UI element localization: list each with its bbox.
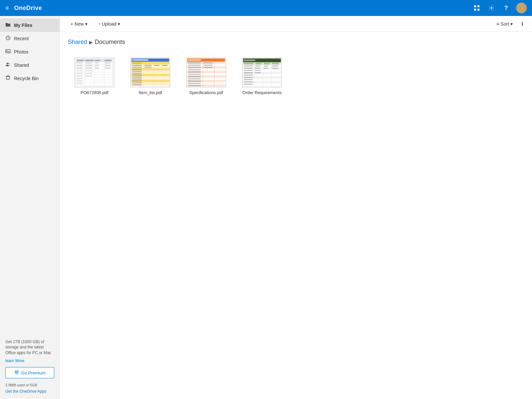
upload-button[interactable]: ↑ Upload ▾ bbox=[94, 19, 124, 29]
svg-rect-113 bbox=[188, 71, 201, 72]
sort-button[interactable]: ≡ Sort ▾ bbox=[492, 19, 517, 29]
list-item[interactable]: PO672806.pdf bbox=[68, 54, 121, 98]
shared-icon bbox=[5, 62, 11, 68]
svg-rect-74 bbox=[132, 65, 142, 66]
svg-rect-83 bbox=[132, 75, 142, 75]
svg-rect-146 bbox=[255, 68, 261, 68]
svg-rect-32 bbox=[85, 63, 93, 64]
sidebar-item-my-files[interactable]: My Files bbox=[0, 19, 60, 32]
sidebar-label-shared: Shared bbox=[14, 63, 29, 68]
sidebar-bottom: Get 1TB (1000 GB) of storage and the lat… bbox=[0, 334, 60, 399]
svg-rect-117 bbox=[188, 80, 201, 81]
sidebar-label-recycle-bin: Recycle Bin bbox=[14, 76, 39, 81]
svg-rect-127 bbox=[264, 63, 270, 65]
svg-rect-92 bbox=[188, 59, 201, 61]
svg-point-9 bbox=[7, 63, 8, 65]
sidebar-label-photos: Photos bbox=[14, 49, 29, 55]
get-app-link[interactable]: Get the OneDrive Apps bbox=[5, 389, 46, 394]
svg-rect-147 bbox=[264, 68, 268, 68]
user-avatar[interactable] bbox=[516, 3, 527, 13]
svg-rect-57 bbox=[132, 63, 142, 64]
svg-rect-109 bbox=[203, 65, 212, 66]
new-button-label: + New bbox=[70, 21, 84, 27]
svg-rect-115 bbox=[188, 76, 201, 77]
file-name: Specifications.pdf bbox=[189, 90, 223, 95]
svg-rect-76 bbox=[154, 65, 160, 66]
breadcrumb: Shared ▶ Documents bbox=[68, 39, 524, 46]
svg-rect-80 bbox=[132, 69, 142, 69]
go-premium-button[interactable]: Go Premium bbox=[5, 367, 54, 378]
svg-point-4 bbox=[491, 7, 492, 9]
svg-rect-35 bbox=[77, 65, 83, 66]
svg-rect-44 bbox=[85, 70, 93, 71]
svg-rect-157 bbox=[244, 84, 253, 84]
svg-rect-78 bbox=[132, 67, 142, 67]
info-button[interactable]: ℹ bbox=[519, 19, 525, 29]
svg-rect-49 bbox=[77, 78, 83, 79]
svg-rect-106 bbox=[188, 63, 201, 64]
file-thumbnail bbox=[74, 58, 114, 87]
svg-rect-87 bbox=[132, 82, 142, 83]
app-logo: OneDrive bbox=[14, 5, 42, 12]
svg-rect-125 bbox=[244, 63, 253, 65]
svg-rect-75 bbox=[144, 65, 152, 66]
clock-icon bbox=[5, 35, 11, 42]
storage-text: 2.9MB used of 5GB bbox=[5, 383, 54, 387]
svg-rect-88 bbox=[132, 84, 142, 85]
new-button[interactable]: + New ▾ bbox=[66, 19, 91, 29]
breadcrumb-separator: ▶ bbox=[89, 40, 93, 45]
svg-rect-3 bbox=[477, 9, 479, 11]
svg-rect-31 bbox=[77, 63, 83, 64]
sort-chevron-icon: ▾ bbox=[510, 21, 513, 27]
sidebar: My Files Recent Photos Shared Recycle Bi… bbox=[0, 16, 60, 399]
list-item[interactable]: Specifications.pdf bbox=[180, 54, 233, 98]
breadcrumb-shared[interactable]: Shared bbox=[68, 39, 87, 46]
sort-label: ≡ Sort bbox=[496, 21, 509, 27]
svg-rect-34 bbox=[105, 63, 111, 64]
svg-rect-84 bbox=[132, 77, 142, 77]
hamburger-icon[interactable]: ≡ bbox=[5, 5, 9, 12]
svg-rect-118 bbox=[188, 83, 201, 84]
svg-rect-119 bbox=[188, 85, 201, 86]
file-area: Shared ▶ Documents bbox=[60, 32, 532, 399]
learn-more-link[interactable]: learn More bbox=[5, 358, 54, 363]
svg-rect-144 bbox=[272, 66, 278, 66]
file-name: PO672806.pdf bbox=[80, 90, 108, 95]
recycle-bin-icon bbox=[5, 75, 11, 82]
svg-rect-38 bbox=[105, 65, 111, 66]
svg-rect-1 bbox=[477, 5, 479, 7]
svg-point-5 bbox=[520, 6, 523, 8]
sidebar-item-shared[interactable]: Shared bbox=[0, 59, 60, 72]
sidebar-item-photos[interactable]: Photos bbox=[0, 45, 60, 59]
svg-rect-156 bbox=[244, 81, 253, 82]
list-item[interactable]: Item_list.pdf bbox=[124, 54, 177, 98]
main-layout: My Files Recent Photos Shared Recycle Bi… bbox=[0, 16, 532, 399]
svg-rect-45 bbox=[77, 73, 83, 74]
svg-rect-28 bbox=[85, 60, 93, 61]
file-grid: PO672806.pdf bbox=[68, 54, 524, 98]
svg-rect-40 bbox=[85, 67, 93, 68]
help-icon[interactable]: ? bbox=[501, 3, 511, 13]
go-premium-label: Go Premium bbox=[21, 370, 46, 375]
list-item[interactable]: Order Requirements bbox=[235, 54, 289, 98]
file-thumbnail bbox=[242, 58, 282, 87]
file-name: Order Requirements bbox=[242, 90, 282, 95]
svg-rect-33 bbox=[95, 63, 99, 64]
new-chevron-icon: ▾ bbox=[85, 21, 87, 27]
svg-rect-37 bbox=[95, 65, 99, 66]
toolbar: + New ▾ ↑ Upload ▾ ≡ Sort ▾ ℹ bbox=[60, 16, 532, 32]
svg-rect-85 bbox=[132, 79, 142, 79]
breadcrumb-current: Documents bbox=[95, 39, 125, 46]
upload-chevron-icon: ▾ bbox=[118, 21, 120, 27]
svg-rect-111 bbox=[203, 67, 212, 68]
svg-rect-112 bbox=[188, 69, 201, 70]
svg-rect-142 bbox=[255, 66, 261, 66]
svg-rect-27 bbox=[77, 60, 83, 61]
grid-icon[interactable] bbox=[472, 3, 481, 13]
file-name: Item_list.pdf bbox=[139, 90, 162, 95]
sidebar-label-my-files: My Files bbox=[14, 23, 32, 28]
svg-rect-77 bbox=[162, 65, 168, 66]
sidebar-item-recycle-bin[interactable]: Recycle Bin bbox=[0, 72, 60, 85]
sidebar-item-recent[interactable]: Recent bbox=[0, 32, 60, 45]
settings-icon[interactable] bbox=[487, 3, 496, 13]
